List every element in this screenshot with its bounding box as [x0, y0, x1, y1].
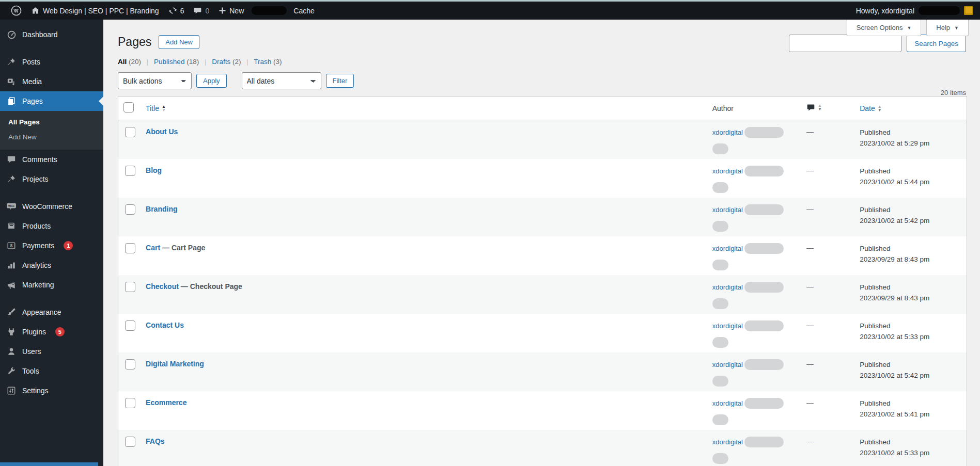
sidebar-item-appearance[interactable]: Appearance	[0, 302, 103, 322]
settings-icon	[6, 385, 17, 396]
sort-by-title[interactable]: Title ▲▼	[146, 104, 166, 113]
comment-count-dash: —	[806, 398, 814, 407]
row-checkbox[interactable]	[125, 437, 135, 447]
update-count: 6	[180, 7, 184, 15]
sidebar-item-analytics[interactable]: Analytics	[0, 255, 103, 275]
sidebar-item-marketing[interactable]: Marketing	[0, 275, 103, 295]
page-title-link[interactable]: Checkout	[146, 282, 179, 291]
page-title-link[interactable]: Blog	[146, 166, 162, 174]
page-title-link[interactable]: About Us	[146, 127, 178, 136]
sidebar-item-plugins[interactable]: Plugins 5	[0, 322, 103, 342]
screen-options-tab[interactable]: Screen Options ▼	[847, 20, 922, 36]
redacted-author-detail	[712, 376, 728, 387]
sort-by-date[interactable]: Date ▲▼	[860, 104, 882, 113]
view-separator: |	[147, 58, 149, 66]
redacted-author-detail	[744, 398, 784, 409]
submenu-add-new[interactable]: Add New	[0, 130, 103, 144]
help-tab[interactable]: Help ▼	[926, 20, 969, 36]
author-link[interactable]: xdordigital	[712, 438, 743, 446]
sidebar-item-payments[interactable]: $ Payments 1	[0, 236, 103, 255]
sidebar-item-woocommerce[interactable]: Woo WooCommerce	[0, 197, 103, 216]
author-link[interactable]: xdordigital	[712, 361, 743, 368]
user-avatar[interactable]	[964, 6, 973, 15]
table-row: Ecommerce xdordigital — Published 2023/1…	[118, 391, 967, 430]
row-checkbox[interactable]	[125, 243, 135, 253]
author-link[interactable]: xdordigital	[712, 322, 743, 330]
search-pages-button[interactable]: Search Pages	[907, 35, 966, 52]
select-all-checkbox[interactable]	[123, 102, 134, 113]
site-menu[interactable]: Web Design | SEO | PPC | Branding	[26, 2, 164, 20]
howdy-text[interactable]: Howdy, xdordigital	[856, 7, 914, 15]
author-link[interactable]: xdordigital	[712, 167, 743, 175]
page-date: 2023/10/02 at 5:42 pm	[860, 215, 961, 226]
view-separator: |	[246, 58, 248, 66]
author-link[interactable]: xdordigital	[712, 399, 743, 407]
row-checkbox[interactable]	[125, 359, 135, 369]
menu-separator	[0, 295, 103, 302]
date-filter-select[interactable]: All dates	[242, 72, 321, 89]
page-date: 2023/09/29 at 8:43 pm	[860, 254, 961, 265]
sidebar-item-label: Plugins	[22, 328, 46, 336]
cache-menu[interactable]: Cache	[289, 2, 319, 20]
bulk-actions-select[interactable]: Bulk actions	[118, 72, 192, 89]
author-link[interactable]: xdordigital	[712, 245, 743, 252]
sidebar-item-media[interactable]: Media	[0, 72, 103, 91]
add-new-button[interactable]: Add New	[159, 35, 199, 49]
payments-icon: $	[6, 240, 17, 251]
redacted-author-detail	[744, 282, 784, 293]
help-label: Help	[936, 24, 950, 31]
view-all[interactable]: All	[118, 58, 127, 66]
collapse-menu-strip[interactable]	[0, 462, 98, 466]
page-date: 2023/09/29 at 8:43 pm	[860, 293, 961, 303]
page-date: 2023/10/02 at 5:33 pm	[860, 331, 961, 342]
sidebar-item-projects[interactable]: Projects	[0, 169, 103, 189]
author-link[interactable]: xdordigital	[712, 206, 743, 214]
sort-arrows-icon: ▲▼	[162, 105, 166, 112]
wordpress-logo-menu[interactable]	[6, 2, 26, 20]
sidebar-item-pages[interactable]: Pages	[0, 91, 103, 111]
page-title-link[interactable]: FAQs	[146, 437, 165, 445]
comments-menu[interactable]: 0	[189, 2, 214, 20]
row-checkbox[interactable]	[125, 127, 135, 137]
view-trash[interactable]: Trash	[254, 58, 271, 66]
sidebar-item-tools[interactable]: Tools	[0, 361, 103, 381]
page-title-link[interactable]: Digital Marketing	[146, 360, 204, 368]
redacted-author-detail	[744, 243, 784, 254]
redacted-username	[919, 6, 960, 15]
redacted-author-detail	[744, 359, 784, 370]
title-column-label: Title	[146, 104, 159, 113]
sidebar-item-posts[interactable]: Posts	[0, 52, 103, 72]
update-icon	[168, 6, 177, 15]
sidebar-item-products[interactable]: Products	[0, 216, 103, 236]
sidebar-item-comments[interactable]: Comments	[0, 150, 103, 169]
submenu-all-pages[interactable]: All Pages	[0, 115, 103, 130]
sidebar-item-settings[interactable]: Settings	[0, 381, 103, 400]
row-checkbox[interactable]	[125, 204, 135, 215]
sidebar-item-dashboard[interactable]: Dashboard	[0, 25, 103, 44]
view-trash-count: (3)	[273, 58, 282, 66]
new-content-menu[interactable]: New	[214, 2, 248, 20]
page-status: Published	[860, 166, 961, 176]
page-title-link[interactable]: Ecommerce	[146, 398, 186, 407]
sidebar-item-label: WooCommerce	[22, 202, 72, 211]
view-published[interactable]: Published	[154, 58, 184, 66]
page-status: Published	[860, 437, 961, 447]
author-link[interactable]: xdordigital	[712, 128, 743, 136]
sidebar-item-label: Marketing	[22, 281, 54, 289]
filter-button[interactable]: Filter	[326, 74, 354, 88]
search-input[interactable]	[789, 35, 901, 52]
page-title-link[interactable]: Contact Us	[146, 321, 184, 329]
view-drafts[interactable]: Drafts	[212, 58, 230, 66]
page-title-link[interactable]: Branding	[146, 205, 177, 213]
sidebar-item-users[interactable]: Users	[0, 342, 103, 361]
row-checkbox[interactable]	[125, 398, 135, 408]
row-checkbox[interactable]	[125, 320, 135, 331]
author-link[interactable]: xdordigital	[712, 283, 743, 291]
row-checkbox[interactable]	[125, 166, 135, 176]
updates-menu[interactable]: 6	[164, 2, 189, 20]
page-title-link[interactable]: Cart	[146, 244, 160, 252]
sort-by-comments[interactable]: ▲▼	[806, 103, 822, 112]
woocommerce-icon: Woo	[6, 201, 17, 212]
row-checkbox[interactable]	[125, 282, 135, 292]
apply-button[interactable]: Apply	[196, 74, 227, 88]
